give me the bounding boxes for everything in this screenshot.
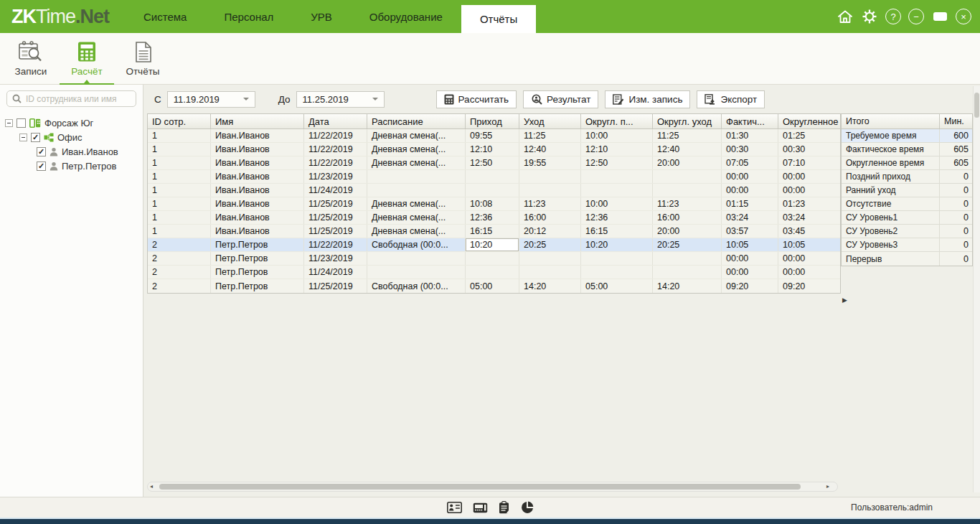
totals-column-label[interactable]: Итого bbox=[842, 114, 940, 128]
table-row[interactable]: 1Иван.Иванов11/22/2019Дневная смена(...0… bbox=[148, 129, 840, 143]
ribbon-records[interactable]: Записи bbox=[3, 33, 59, 84]
id-card-icon[interactable] bbox=[447, 502, 462, 513]
maximize-icon[interactable] bbox=[931, 8, 948, 25]
vertical-scrollbar-thumb[interactable] bbox=[974, 93, 979, 118]
totals-row[interactable]: СУ Уровень30 bbox=[842, 238, 972, 252]
pie-chart-icon[interactable] bbox=[521, 501, 534, 514]
collapse-icon[interactable] bbox=[19, 134, 27, 141]
column-header-rounded-out[interactable]: Округл. уход bbox=[653, 114, 722, 128]
employee-search[interactable] bbox=[6, 90, 136, 107]
collapse-icon[interactable] bbox=[5, 119, 13, 127]
ribbon-reports[interactable]: Отчёты bbox=[115, 33, 171, 84]
terminal-device-icon[interactable] bbox=[473, 502, 488, 513]
person-icon bbox=[50, 162, 58, 171]
settings-gear-icon[interactable] bbox=[861, 8, 878, 25]
totals-row[interactable]: СУ Уровень20 bbox=[842, 225, 972, 238]
column-header-checkout[interactable]: Уход bbox=[519, 114, 581, 128]
table-row[interactable]: 1Иван.Иванов11/23/201900:0000:00 bbox=[148, 170, 840, 184]
close-icon[interactable]: × bbox=[956, 9, 971, 24]
employee-checkbox[interactable]: ✓ bbox=[37, 147, 46, 156]
date-from-value: 11.19.2019 bbox=[174, 94, 220, 105]
date-from-select[interactable]: 11.19.2019 bbox=[167, 91, 255, 108]
totals-row-label: Перерыв bbox=[842, 252, 940, 266]
scroll-left-icon[interactable]: ◂ bbox=[150, 483, 153, 490]
table-cell: 12:10 bbox=[466, 143, 519, 156]
totals-row[interactable]: Отсутствие0 bbox=[842, 197, 972, 211]
table-cell bbox=[653, 170, 722, 183]
help-icon[interactable]: ? bbox=[885, 9, 901, 24]
clipboard-icon[interactable] bbox=[499, 501, 510, 514]
totals-row[interactable]: Ранний уход0 bbox=[842, 184, 972, 197]
table-cell: 12:36 bbox=[466, 211, 519, 224]
table-cell: Дневная смена(... bbox=[367, 156, 466, 169]
search-input[interactable] bbox=[26, 94, 131, 104]
table-row[interactable]: 1Иван.Иванов11/25/2019Дневная смена(...1… bbox=[148, 225, 840, 238]
table-cell: 00:00 bbox=[778, 170, 840, 183]
column-header-checkin[interactable]: Приход bbox=[466, 114, 519, 128]
table-cell: 12:40 bbox=[653, 143, 722, 156]
column-header-rounded-total[interactable]: Округленное bbox=[778, 114, 840, 128]
scroll-right-icon[interactable]: ▸ bbox=[826, 483, 829, 490]
table-cell: 11/22/2019 bbox=[304, 238, 367, 251]
column-header-name[interactable]: Имя bbox=[211, 114, 304, 128]
totals-row[interactable]: СУ Уровень10 bbox=[842, 211, 972, 225]
menu-sistema[interactable]: Система bbox=[125, 0, 205, 33]
table-cell: 12:36 bbox=[581, 211, 653, 224]
vertical-scrollbar[interactable] bbox=[973, 86, 980, 492]
table-row[interactable]: 2Петр.Петров11/24/201900:0000:00 bbox=[148, 266, 840, 279]
tree-item-employee[interactable]: ✓ Иван.Иванов bbox=[0, 144, 143, 159]
employee-checkbox[interactable]: ✓ bbox=[37, 162, 46, 171]
menu-urv[interactable]: УРВ bbox=[292, 0, 351, 33]
ribbon-calculation[interactable]: Расчёт bbox=[59, 33, 115, 84]
column-header-rounded-in[interactable]: Округл. п... bbox=[581, 114, 653, 128]
totals-rows: Требуемое время600Фактическое время605Ок… bbox=[841, 129, 973, 266]
table-row[interactable]: 2Петр.Петров11/23/201900:0000:00 bbox=[148, 252, 840, 266]
table-row[interactable]: 1Иван.Иванов11/22/2019Дневная смена(...1… bbox=[148, 143, 840, 156]
totals-row[interactable]: Перерыв0 bbox=[842, 252, 972, 266]
table-cell bbox=[581, 184, 653, 197]
record-navigator-arrow-icon[interactable]: ▶ bbox=[842, 296, 847, 304]
column-header-schedule[interactable]: Расписание bbox=[367, 114, 466, 128]
table-cell: Дневная смена(... bbox=[367, 211, 466, 224]
horizontal-scrollbar[interactable]: ◂ ▸ bbox=[147, 482, 838, 492]
totals-row[interactable]: Требуемое время600 bbox=[842, 129, 972, 143]
column-header-actual[interactable]: Фактич... bbox=[722, 114, 778, 128]
table-row[interactable]: 1Иван.Иванов11/22/2019Дневная смена(...1… bbox=[148, 156, 840, 170]
edit-record-button[interactable]: Изм. запись bbox=[605, 90, 690, 108]
column-header-id[interactable]: ID сотр. bbox=[148, 114, 211, 128]
table-cell: Иван.Иванов bbox=[211, 211, 304, 224]
table-row[interactable]: 2Петр.Петров11/22/2019Свободная (00:0...… bbox=[148, 238, 840, 252]
table-cell: 20:25 bbox=[653, 238, 722, 251]
table-row[interactable]: 2Петр.Петров11/25/2019Свободная (00:0...… bbox=[148, 279, 840, 293]
tree-item-employee[interactable]: ✓ Петр.Петров bbox=[0, 159, 143, 173]
totals-row[interactable]: Фактическое время605 bbox=[842, 143, 972, 156]
totals-row[interactable]: Округленное время605 bbox=[842, 156, 972, 170]
table-cell bbox=[581, 252, 653, 265]
table-row[interactable]: 1Иван.Иванов11/25/2019Дневная смена(...1… bbox=[148, 211, 840, 225]
result-button[interactable]: Результат bbox=[523, 90, 598, 108]
tree-item-department[interactable]: ✓ Офис bbox=[0, 130, 143, 144]
calculate-button[interactable]: Рассчитать bbox=[436, 90, 517, 108]
minimize-icon[interactable]: − bbox=[908, 9, 924, 24]
horizontal-scrollbar-thumb[interactable] bbox=[159, 484, 801, 490]
table-row[interactable]: 1Иван.Иванов11/25/2019Дневная смена(...1… bbox=[148, 197, 840, 211]
table-row[interactable]: 1Иван.Иванов11/24/201900:0000:00 bbox=[148, 184, 840, 197]
table-cell: 12:50 bbox=[581, 156, 653, 169]
export-button[interactable]: Экспорт bbox=[697, 90, 765, 108]
tree-item-company[interactable]: Форсаж Юг bbox=[0, 116, 143, 130]
menu-oborudovanie[interactable]: Оборудование bbox=[351, 0, 461, 33]
home-icon[interactable] bbox=[837, 8, 854, 25]
table-cell: 11/23/2019 bbox=[304, 170, 367, 183]
employee-tree: Форсаж Юг ✓ Офис ✓ Иван.Иванов ✓ bbox=[0, 116, 143, 173]
menu-otchety[interactable]: Отчёты bbox=[461, 5, 536, 33]
menu-personal[interactable]: Персонал bbox=[205, 0, 292, 33]
date-to-select[interactable]: 11.25.2019 bbox=[296, 91, 385, 108]
table-cell: Свободная (00:0... bbox=[367, 279, 466, 293]
table-cell: Дневная смена(... bbox=[367, 143, 466, 156]
totals-row[interactable]: Поздний приход0 bbox=[842, 170, 972, 184]
column-header-date[interactable]: Дата bbox=[304, 114, 367, 128]
company-checkbox[interactable] bbox=[17, 118, 26, 128]
table-cell: 09:20 bbox=[722, 279, 778, 293]
department-checkbox[interactable]: ✓ bbox=[31, 133, 40, 142]
totals-column-minutes[interactable]: Мин. bbox=[940, 114, 972, 128]
